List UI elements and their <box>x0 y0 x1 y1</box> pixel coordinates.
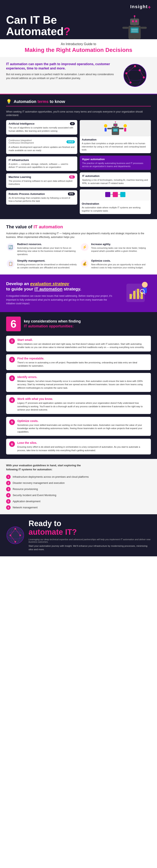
svg-point-6 <box>132 20 134 22</box>
term-cicd-badge: CI/CD <box>67 140 75 143</box>
key-item-5-num: 5 <box>9 419 15 425</box>
key-item-2-body: There's no sense in automating a one-off… <box>17 361 148 368</box>
svg-text:⚡: ⚡ <box>82 245 87 249</box>
redirect-icon: 🔄 <box>6 243 15 252</box>
value-item-optimize: 💰 Optimize costs. New efficiencies give … <box>80 259 151 269</box>
systems-heading: With your evaluation guidelines in hand,… <box>6 463 151 471</box>
key-item-4-num: 4 <box>9 397 15 403</box>
subtitle-intro: An Introductory Guide to <box>6 42 151 46</box>
value-redirect-title: Redirect resources. <box>17 243 77 246</box>
value-item-agility: ⚡ Increase agility. Time-consuming tasks… <box>80 243 151 256</box>
term-ml-header: Machine Learning ML <box>8 176 75 179</box>
footer-heading-line2: automate IT? <box>29 528 77 536</box>
logo-area: Insight+ <box>6 4 151 10</box>
optimize-icon: 💰 <box>80 259 89 268</box>
sys-num-3: 3 <box>6 487 11 491</box>
sys-num-1: 1 <box>6 475 11 479</box>
sys-item-3: Resource provisioning <box>13 488 38 491</box>
key-item-5: 5 Optimize costs. Sometimes your most sk… <box>6 417 151 436</box>
key-item-5-title: Optimize costs. <box>17 419 148 423</box>
list-item: 4 Security Incident and Event Monitoring <box>6 493 151 498</box>
header-title-line1: Can IT Be <box>6 14 57 26</box>
value-simplify-title: Simplify management. <box>17 259 77 262</box>
term-ai-header: Artificial Intelligence AI <box>8 122 75 125</box>
terms-grid: Artificial Intelligence AI The use of al… <box>6 120 151 214</box>
terms-heading-colored: terms <box>38 99 48 104</box>
agility-icon: ⚡ <box>80 243 89 252</box>
key-item-3-num: 3 <box>9 375 15 381</box>
systems-list: 1 Infrastructure deployments across on-p… <box>6 475 151 510</box>
eval-heading-suffix: to guide your IT automation strategy. <box>6 286 81 291</box>
eval-heading: Develop an evaluation strategy to guide … <box>6 281 116 292</box>
key-title: key considerations when finding IT autom… <box>24 319 81 329</box>
term-hyper-body: The practice of rapidly automating busin… <box>82 162 149 168</box>
svg-point-9 <box>134 15 135 17</box>
svg-point-44 <box>124 124 127 127</box>
systems-section: With your evaluation guidelines in hand,… <box>0 459 157 514</box>
list-item: 2 Disaster recovery management and execu… <box>6 481 151 485</box>
key-item-1-content: Start small. Many initiatives over are i… <box>17 338 148 349</box>
terms-heading-suffix: to know <box>50 99 65 104</box>
logo-text: Insight <box>130 4 148 10</box>
svg-rect-14 <box>135 39 139 39</box>
key-item-2-title: Find the repeatable. <box>17 357 148 360</box>
terms-heading: Automation terms to know <box>14 99 65 104</box>
term-orchestration-title: Orchestration <box>82 202 149 205</box>
intro-section: IT automation can open the path to impro… <box>0 57 157 94</box>
term-ml-title: Machine Learning <box>8 176 31 179</box>
value-simplify-text: Simplify management. Existing processes … <box>17 259 77 269</box>
svg-text:01101001: 01101001 <box>122 69 130 71</box>
footer-sub: Leveraging our deep technical expertise … <box>29 538 151 543</box>
key-title-p2: IT automation opportunities: <box>24 324 74 328</box>
value-agility-body: Time-consuming tasks can now be done fas… <box>91 247 151 253</box>
key-item-5-body: Sometimes your most skilled teammates ar… <box>17 423 148 434</box>
key-item-4-body: Legacy IT processes and application upda… <box>17 401 148 411</box>
term-cicd-header: Continuous Integration/ Continuous Devel… <box>8 139 75 145</box>
svg-rect-10 <box>133 25 136 26</box>
key-item-2-content: Find the repeatable. There's no sense in… <box>17 357 148 368</box>
footer-body: Start your automation journey with Insig… <box>29 544 151 552</box>
value-optimize-title: Optimize costs. <box>91 259 151 262</box>
key-item-3: 3 Identify errors. Mistakes happen, but … <box>6 373 151 392</box>
simplify-icon: 📋 <box>6 259 15 268</box>
header-title-line2: Automated <box>6 25 64 37</box>
key-item-6: 6 Lose the silos. Ensuring every effort … <box>6 439 151 455</box>
term-cicd-title-wrap: Continuous Integration/ Continuous Devel… <box>8 139 34 145</box>
term-card-cicd: Continuous Integration/ Continuous Devel… <box>6 137 77 154</box>
term-itauto-title: IT automation <box>82 175 149 178</box>
automation-robot-illus <box>80 120 151 136</box>
term-rpa-badge: RPA <box>68 192 75 195</box>
value-optimize-body: New efficiencies give you an opportunity… <box>91 263 151 269</box>
eval-text: Develop an evaluation strategy to guide … <box>6 281 116 306</box>
sys-item-6: Network management <box>13 506 38 509</box>
key-item-6-title: Lose the silos. <box>17 441 148 444</box>
svg-point-38 <box>115 121 116 122</box>
svg-text:10110101: 10110101 <box>122 67 130 69</box>
term-infra-header: IT infrastructure <box>8 158 75 161</box>
svg-point-66 <box>142 282 148 287</box>
svg-text:🔄: 🔄 <box>8 245 13 249</box>
svg-marker-52 <box>120 194 120 195</box>
list-item: 3 Resource provisioning <box>6 487 151 491</box>
value-section: The value of IT automation Automation pl… <box>0 219 157 275</box>
svg-rect-11 <box>122 27 128 29</box>
svg-text:📋: 📋 <box>8 261 13 266</box>
terms-right-col: Automation A system that completes a sin… <box>80 120 151 214</box>
term-card-ai: Artificial Intelligence AI The use of al… <box>6 120 77 134</box>
term-card-automation: Automation A system that completes a sin… <box>80 120 151 153</box>
key-number: 6 <box>6 316 21 331</box>
svg-rect-39 <box>115 126 116 127</box>
footer-text: Ready to automate IT? Leveraging our dee… <box>29 519 151 551</box>
term-rpa-header: Robotic Process Automation RPA <box>8 192 75 195</box>
svg-rect-43 <box>105 128 107 131</box>
eval-it: IT automation <box>34 286 63 291</box>
svg-rect-1 <box>130 27 139 33</box>
term-card-orchestration: Orchestration An automation state where … <box>80 189 151 214</box>
sys-num-6: 6 <box>6 505 11 510</box>
term-rpa-body: An AI technology that completes tasks by… <box>8 196 75 203</box>
intro-illustration: 10110101 01101001 <box>119 62 151 89</box>
svg-point-42 <box>104 124 107 127</box>
systems-heading-strong: With your evaluation guidelines in hand,… <box>6 464 81 471</box>
value-item-simplify: 📋 Simplify management. Existing processe… <box>6 259 77 269</box>
key-item-6-body: Ensuring every effort is de-siloed and w… <box>17 445 148 452</box>
